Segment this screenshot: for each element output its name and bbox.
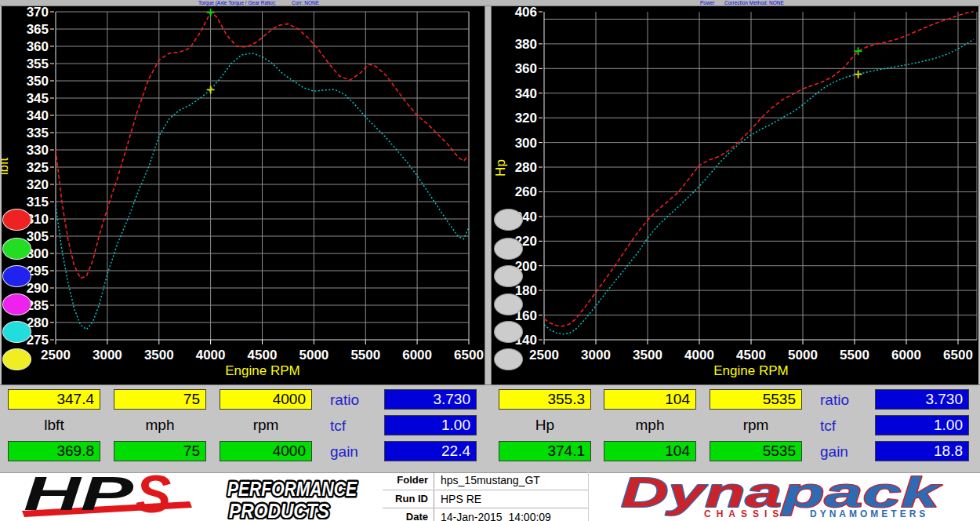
x-axis-title: Engine RPM (225, 363, 299, 378)
readout-strip: 347.4 75 4000 lbft mph rpm 369.8 75 4000… (0, 384, 980, 468)
torque-chart-title: Torque (Axle Torque / Gear Ratio): (198, 0, 276, 6)
x-tick-label: 5000 (788, 348, 818, 363)
rpm-unit-label: rpm (220, 417, 312, 434)
y-tick-label: 380 (515, 37, 537, 52)
folder-label: Folder (383, 472, 428, 489)
x-axis-title: Engine RPM (713, 363, 788, 378)
y-axis-title: lbft (0, 157, 11, 175)
ratio-value: 3.730 (384, 389, 477, 410)
power-cyan-dotted (544, 39, 974, 334)
y-tick-label: 320 (27, 177, 49, 192)
cursor-marker-cross (855, 71, 862, 78)
torque-unit-label: lbft (8, 417, 100, 434)
torque-cursor-rpm-run1: 4000 (220, 389, 312, 410)
hps-tagline-performance: PERFORMANCE (227, 478, 358, 500)
folder-value[interactable]: hps_15mustang_GT (434, 472, 590, 489)
runid-value[interactable]: HPS RE (434, 490, 590, 508)
x-tick-label: 6500 (454, 348, 484, 363)
power-unit-label: Hp (499, 417, 591, 434)
chart-strip: 3703653603553503453403353303253203153103… (0, 0, 980, 384)
y-tick-label: 300 (515, 136, 537, 151)
torque-legend-color-button-2[interactable] (2, 265, 31, 287)
x-tick-label: 2500 (41, 348, 71, 363)
power-legend-gray-button-0[interactable] (494, 209, 523, 231)
power-chart-title: Power (700, 0, 714, 6)
ratio-label: ratio (330, 392, 359, 409)
power-legend-gray-button-2[interactable] (494, 265, 523, 287)
chart-titlebar: Torque (Axle Torque / Gear Ratio): Corr:… (0, 0, 980, 6)
tcf-label: tcf (820, 417, 836, 435)
hps-logo-s: S (136, 469, 171, 519)
x-tick-label: 4000 (196, 348, 226, 363)
torque-cursor-mph-run1: 75 (114, 389, 206, 410)
torque-cursor-rpm-run2: 4000 (220, 441, 312, 461)
torque-cursor-value-run2: 369.8 (8, 441, 100, 461)
y-tick-label: 340 (515, 86, 537, 101)
y-tick-label: 325 (27, 160, 49, 175)
runid-label: Run ID (383, 490, 428, 508)
dyno-software-window: 3703653603553503453403353303253203153103… (0, 0, 980, 521)
x-tick-label: 3500 (633, 348, 662, 363)
date-value: 14-Jan-2015 14:00:09 (434, 508, 590, 521)
ratio-label: ratio (820, 392, 849, 409)
power-cursor-mph-run1: 104 (604, 389, 696, 410)
y-tick-label: 330 (27, 143, 49, 158)
y-tick-label: 360 (27, 39, 49, 54)
mph-unit-label: mph (604, 417, 696, 434)
dynapack-logo: Dyna pack CHASSIS DYNAMOMETERS (612, 469, 980, 519)
y-tick-label: 290 (27, 281, 49, 296)
power-legend-gray-button-5[interactable] (494, 348, 523, 370)
power-legend-gray-button-3[interactable] (494, 293, 523, 315)
power-legend-gray-button-1[interactable] (494, 238, 523, 260)
x-tick-label: 4500 (736, 348, 766, 363)
info-row-folder: Folder hps_15mustang_GT (383, 472, 588, 489)
info-row-runid: Run ID HPS RE (383, 490, 588, 508)
torque-legend-color-button-0[interactable] (2, 209, 31, 231)
y-tick-label: 406 (515, 5, 537, 20)
power-chart-correction: Correction Method: NONE (724, 0, 784, 6)
torque-cursor-value-run1: 347.4 (8, 389, 100, 410)
power-legend-gray-button-4[interactable] (494, 321, 523, 343)
x-tick-label: 2500 (529, 348, 559, 363)
gain-value: 18.8 (875, 441, 969, 461)
power-cursor-value-run2: 374.1 (499, 441, 591, 461)
torque-chart-correction: Corr: NONE (292, 0, 319, 6)
dynapack-sub-dynamometers: DYNAMOMETERS (810, 508, 928, 519)
gain-label: gain (820, 443, 848, 461)
mph-unit-label: mph (114, 417, 206, 434)
power-cursor-rpm-run1: 5535 (710, 389, 802, 410)
power-cursor-mph-run2: 104 (604, 441, 696, 461)
x-tick-label: 5000 (299, 348, 328, 363)
y-tick-label: 260 (515, 184, 537, 199)
tcf-value: 1.00 (875, 415, 969, 435)
y-tick-label: 340 (27, 108, 49, 123)
date-label: Date (383, 508, 428, 521)
x-tick-label: 4000 (684, 348, 714, 363)
torque-legend-color-button-5[interactable] (2, 348, 31, 370)
x-tick-label: 3000 (93, 348, 122, 363)
run-info-panel: Folder hps_15mustang_GT Run ID HPS RE Da… (383, 469, 589, 521)
y-tick-label: 370 (27, 5, 49, 20)
tcf-label: tcf (330, 417, 346, 435)
torque-legend-color-button-4[interactable] (2, 321, 31, 343)
rpm-unit-label: rpm (710, 417, 802, 434)
y-tick-label: 280 (515, 160, 537, 175)
info-row-date: Date 14-Jan-2015 14:00:09 (383, 508, 588, 521)
gain-value: 22.4 (384, 441, 477, 461)
gain-label: gain (330, 443, 358, 461)
torque-legend-color-button-3[interactable] (2, 293, 31, 315)
x-tick-label: 3500 (144, 348, 174, 363)
window-edge-left (0, 0, 2, 384)
x-tick-label: 5500 (350, 348, 380, 363)
hps-logo: HP S PERFORMANCE PRODUCTS (16, 469, 384, 519)
x-tick-label: 6000 (891, 348, 921, 363)
x-tick-label: 5500 (840, 348, 869, 363)
x-tick-label: 6500 (943, 348, 973, 363)
torque-legend-color-button-1[interactable] (2, 238, 31, 260)
y-tick-label: 350 (27, 74, 49, 89)
hps-logo-hp: HP (24, 469, 134, 519)
cursor-marker-cross (207, 86, 215, 93)
y-axis-title: Hp (493, 159, 508, 177)
dynapack-sub-chassis: CHASSIS (704, 508, 784, 519)
y-tick-label: 335 (27, 126, 49, 140)
